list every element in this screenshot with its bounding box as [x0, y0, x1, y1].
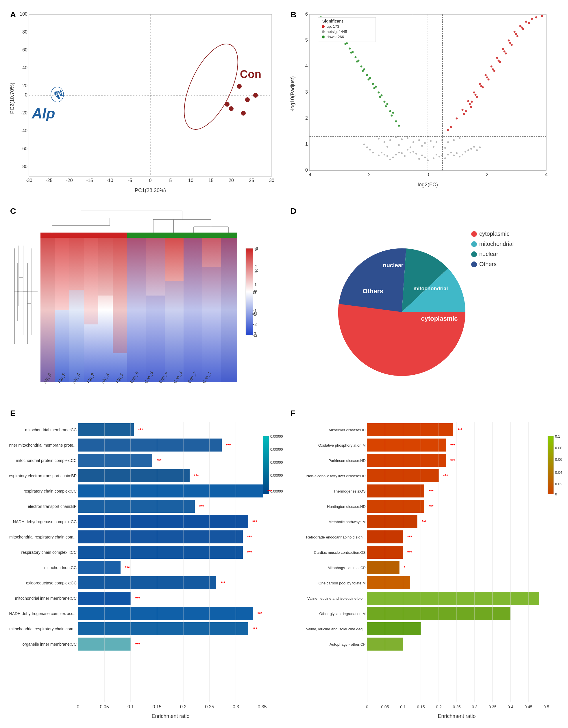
- svg-text:-1: -1: [253, 308, 257, 313]
- svg-point-73: [465, 151, 466, 153]
- svg-rect-212: [113, 238, 127, 353]
- panel-label-B: B: [291, 10, 296, 19]
- svg-text:0: 0: [77, 704, 79, 709]
- svg-text:0.3: 0.3: [472, 705, 478, 709]
- svg-point-177: [374, 87, 376, 89]
- svg-point-107: [462, 109, 464, 111]
- svg-text:0.2: 0.2: [436, 705, 442, 709]
- svg-point-96: [401, 138, 403, 140]
- bar-e-12: [78, 592, 131, 605]
- svg-text:6: 6: [305, 12, 308, 16]
- svg-point-147: [465, 110, 467, 112]
- sig-e-6: ***: [199, 504, 204, 509]
- svg-text:60: 60: [22, 47, 27, 52]
- panel-E: E 0 0.05 0.1 0.15: [9, 407, 283, 728]
- svg-text:15: 15: [208, 178, 213, 183]
- go-chart: 0 0.05 0.1 0.15 0.2 0.25 0.3 0.35 Enrich…: [9, 407, 283, 725]
- svg-text:mitochondrial: mitochondrial: [479, 241, 514, 247]
- svg-text:-80: -80: [21, 164, 27, 169]
- panel-F: F 0 0.05 0.1 0.15 0.2: [289, 407, 564, 728]
- sig-e-13: ***: [257, 611, 262, 616]
- sig-f-5: ***: [429, 489, 434, 493]
- svg-point-72: [462, 154, 463, 155]
- label-e-11: oxidoreductase complex:CC: [26, 581, 77, 585]
- bar-f-7: [367, 515, 417, 528]
- bar-e-14: [78, 622, 248, 635]
- legend-down: down: 266: [327, 35, 344, 39]
- svg-point-136: [475, 94, 477, 96]
- svg-text:-40: -40: [21, 128, 27, 133]
- svg-text:5: 5: [169, 178, 172, 183]
- svg-text:-15: -15: [86, 178, 93, 183]
- label-f-3: Parkinson disease:HD: [329, 458, 366, 463]
- svg-rect-218: [183, 238, 202, 382]
- svg-point-66: [398, 152, 400, 153]
- svg-point-93: [436, 141, 437, 143]
- svg-text:25: 25: [249, 178, 254, 183]
- label-f-15: Autophagy - other:CP: [330, 642, 366, 647]
- sig-f-8: ***: [407, 535, 412, 539]
- pie-chart: cytoplasmic mitochondrial nuclear Others: [289, 205, 564, 402]
- e-scale-3: 0.0000015: [270, 460, 283, 465]
- svg-point-118: [525, 21, 527, 23]
- bar-e-7: [78, 515, 248, 528]
- svg-text:2: 2: [254, 268, 257, 273]
- svg-point-71: [459, 156, 461, 157]
- sig-e-2: ***: [226, 443, 231, 447]
- svg-point-95: [407, 137, 409, 139]
- svg-point-89: [413, 141, 414, 143]
- svg-text:100: 100: [20, 12, 27, 16]
- x-axis-label-B: log2(FC): [418, 182, 438, 187]
- legend-notsig: notsig: 1445: [327, 29, 347, 34]
- svg-point-106: [479, 146, 481, 148]
- y-axis-label-B: -log10(Padjust): [290, 76, 296, 112]
- svg-text:0.15: 0.15: [152, 704, 161, 709]
- con-point: [237, 84, 242, 89]
- label-e-1: mitochondrial membrane:CC: [25, 428, 77, 432]
- legend-title-B: Significant: [322, 19, 343, 23]
- svg-point-121: [450, 126, 452, 128]
- label-f-5: Thermogenesis:OS: [333, 489, 366, 493]
- svg-point-151: [381, 94, 383, 96]
- svg-point-267: [471, 251, 477, 257]
- svg-point-99: [453, 139, 455, 141]
- label-f-6: Huntington disease:HD: [327, 504, 366, 509]
- svg-point-68: [450, 152, 452, 153]
- svg-point-55: [439, 156, 440, 157]
- label-f-13: Other glycan degradation:M: [320, 612, 366, 616]
- svg-point-108: [467, 100, 469, 102]
- svg-rect-210: [84, 238, 98, 324]
- sig-f-6: ***: [429, 504, 434, 509]
- bar-f-1: [367, 423, 453, 436]
- svg-point-144: [521, 27, 523, 29]
- panel-D: D cytoplasmic mitochondrial nuclear Othe…: [289, 205, 564, 407]
- svg-point-79: [433, 146, 435, 148]
- svg-text:-5: -5: [128, 178, 132, 183]
- svg-point-100: [459, 137, 461, 139]
- svg-text:0.25: 0.25: [453, 705, 461, 709]
- svg-point-178: [368, 79, 370, 81]
- bar-e-8: [78, 530, 243, 543]
- svg-point-87: [372, 152, 374, 153]
- svg-point-80: [444, 147, 446, 149]
- label-f-11: One carbon pool by folate:M: [319, 581, 366, 585]
- con-point: [253, 93, 258, 98]
- sig-e-4: ***: [194, 473, 199, 478]
- e-scale-max: 0.0000025: [270, 434, 283, 439]
- svg-point-163: [384, 101, 386, 103]
- label-f-12: Valine, leucine and isoleucine bio...: [307, 596, 366, 601]
- svg-text:-2: -2: [367, 172, 371, 177]
- svg-point-128: [505, 53, 507, 55]
- heatmap: Alp_6 Alp_5 Alp_4 Alp_3 Alp_2 Alp_1 Con_…: [9, 205, 283, 402]
- svg-point-154: [363, 68, 365, 70]
- f-scale-3: 0.06: [555, 457, 562, 462]
- label-f-14: Valine, leucine and isoleucine deg...: [306, 627, 366, 631]
- svg-text:2: 2: [305, 116, 308, 120]
- left-dendrogram: [14, 246, 38, 344]
- sig-e-9: ***: [247, 550, 252, 555]
- svg-point-146: [541, 15, 543, 17]
- svg-point-105: [363, 144, 365, 145]
- svg-point-142: [509, 42, 511, 44]
- svg-text:0.4: 0.4: [508, 705, 513, 709]
- sig-e-10: ***: [125, 565, 130, 570]
